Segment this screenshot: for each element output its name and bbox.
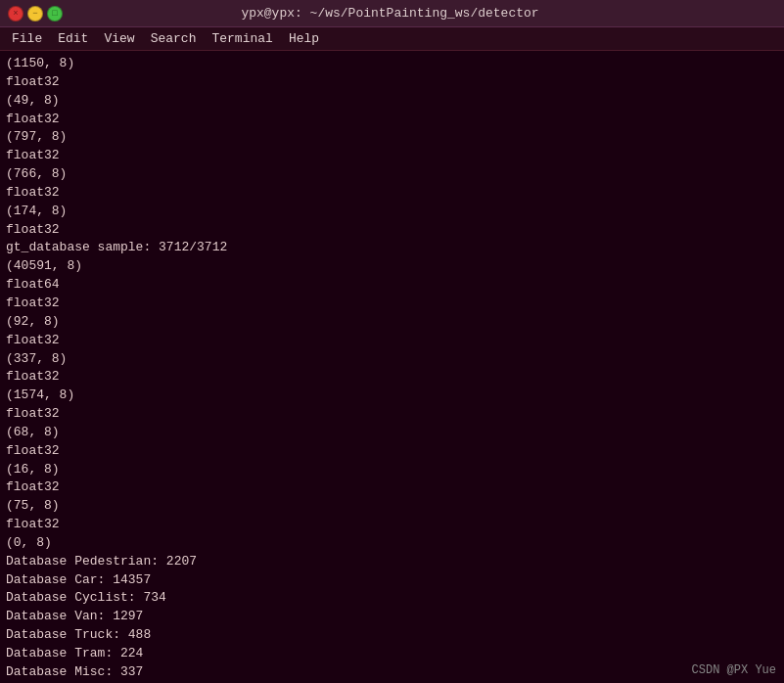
terminal-line: (797, 8) xyxy=(6,128,778,147)
terminal-line: float64 xyxy=(6,276,778,295)
terminal-line: float32 xyxy=(6,184,778,203)
terminal-line: Database Cyclist: 734 xyxy=(6,589,778,608)
terminal-line: Database Misc: 337 xyxy=(6,663,778,682)
terminal-line: (1150, 8) xyxy=(6,55,778,73)
terminal-line: (92, 8) xyxy=(6,313,778,332)
terminal-line: float32 xyxy=(6,73,778,92)
menu-help[interactable]: Help xyxy=(281,27,327,50)
terminal-line: float32 xyxy=(6,221,778,240)
terminal-body[interactable]: (1150, 8)float32(49, 8)float32(797, 8)fl… xyxy=(0,51,784,683)
terminal-line: (0, 8) xyxy=(6,534,778,553)
terminal-line: float32 xyxy=(6,478,778,497)
menu-search[interactable]: Search xyxy=(143,27,205,50)
terminal-line: (16, 8) xyxy=(6,461,778,479)
terminal-line: (1574, 8) xyxy=(6,387,778,405)
terminal-line: (174, 8) xyxy=(6,203,778,221)
terminal-line: gt_database sample: 3712/3712 xyxy=(6,239,778,257)
terminal-line: float32 xyxy=(6,295,778,313)
terminal-line: float32 xyxy=(6,332,778,350)
terminal-line: (49, 8) xyxy=(6,92,778,111)
title-bar: × − □ ypx@ypx: ~/ws/PointPainting_ws/det… xyxy=(0,0,784,27)
minimize-button[interactable]: − xyxy=(27,6,43,22)
terminal-line: float32 xyxy=(6,516,778,534)
terminal-line: float32 xyxy=(6,147,778,165)
menu-terminal[interactable]: Terminal xyxy=(204,27,280,50)
terminal-line: Database Van: 1297 xyxy=(6,608,778,626)
terminal-line: float32 xyxy=(6,368,778,387)
terminal-line: float32 xyxy=(6,111,778,129)
terminal-line: Database Truck: 488 xyxy=(6,626,778,645)
terminal-line: (40591, 8) xyxy=(6,257,778,276)
close-button[interactable]: × xyxy=(8,6,23,22)
menu-edit[interactable]: Edit xyxy=(50,27,96,50)
terminal-line: float32 xyxy=(6,405,778,424)
window-title: ypx@ypx: ~/ws/PointPainting_ws/detector xyxy=(63,6,717,21)
menu-file[interactable]: File xyxy=(4,27,50,50)
menu-view[interactable]: View xyxy=(96,27,142,50)
terminal-line: Database Car: 14357 xyxy=(6,571,778,590)
terminal-line: float32 xyxy=(6,442,778,461)
terminal-line: (68, 8) xyxy=(6,424,778,442)
terminal-line: Database Tram: 224 xyxy=(6,645,778,663)
menu-bar: File Edit View Search Terminal Help xyxy=(0,27,784,51)
terminal-line: (337, 8) xyxy=(6,350,778,369)
terminal-line: (766, 8) xyxy=(6,165,778,184)
terminal-line: Database Pedestrian: 2207 xyxy=(6,553,778,571)
maximize-button[interactable]: □ xyxy=(47,6,63,22)
watermark: CSDN @PX Yue xyxy=(692,663,776,677)
terminal-line: (75, 8) xyxy=(6,497,778,516)
window-controls[interactable]: × − □ xyxy=(8,6,63,22)
